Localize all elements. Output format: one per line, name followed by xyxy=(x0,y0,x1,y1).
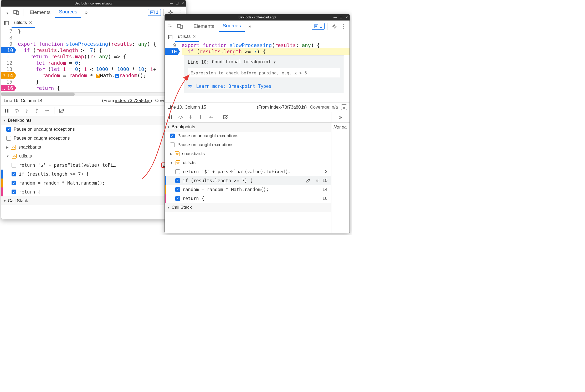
pause-icon[interactable] xyxy=(166,113,175,121)
close-icon[interactable]: ✕ xyxy=(193,34,196,39)
svg-rect-3 xyxy=(151,11,154,14)
breakpoint-entry[interactable]: ✓random = random * Math.random();14 xyxy=(165,185,331,194)
breakpoint-entry[interactable]: ✓return {16 xyxy=(165,194,331,203)
svg-point-10 xyxy=(16,111,17,113)
pause-uncaught-row[interactable]: ✓ Pause on uncaught exceptions xyxy=(1,125,186,134)
step-over-icon[interactable] xyxy=(176,113,185,121)
navigator-toggle-icon[interactable] xyxy=(2,19,11,27)
breakpoint-entry[interactable]: ✓if (results.length >= 7) {10 xyxy=(1,170,186,179)
devtools-window-left: DevTools - coffee-cart.app/ — ☐ ✕ Elemen… xyxy=(1,0,186,219)
breakpoints-section-header[interactable]: ▼ Breakpoints xyxy=(1,116,186,125)
learn-more-link[interactable]: Learn more: Breakpoint Types xyxy=(196,84,271,89)
breakpoint-entry[interactable]: ✓if (results.length >= 7) {✕10 xyxy=(165,176,331,185)
checkbox-unchecked[interactable] xyxy=(6,136,11,141)
file-tab-utils[interactable]: utils.ts ✕ xyxy=(175,32,199,42)
breakpoint-file-row[interactable]: ▶ <> snackbar.ts xyxy=(165,149,331,158)
more-tabs-icon[interactable]: » xyxy=(246,22,254,30)
more-tabs-icon[interactable]: » xyxy=(336,113,345,121)
close-button[interactable]: ✕ xyxy=(181,2,185,5)
gutter[interactable]: 910 xyxy=(165,42,180,103)
minimize-button[interactable]: — xyxy=(333,16,337,19)
source-link[interactable]: index-73f73a80.js xyxy=(270,105,305,110)
step-over-icon[interactable] xyxy=(13,106,21,115)
callstack-section-header[interactable]: ▼ Call Stack xyxy=(165,203,331,212)
inspect-icon[interactable] xyxy=(3,8,11,17)
checkbox[interactable]: ✓ xyxy=(12,190,16,194)
edit-icon[interactable] xyxy=(305,179,311,183)
step-out-icon[interactable] xyxy=(196,113,205,121)
status-bar: Line 10, Column 15 (From index-73f73a80.… xyxy=(165,103,350,112)
pause-caught-row[interactable]: Pause on caught exceptions xyxy=(1,134,186,143)
step-icon[interactable] xyxy=(206,113,215,121)
tab-sources[interactable]: Sources xyxy=(219,21,245,32)
breakpoint-file-row[interactable]: ▼ <> utils.ts xyxy=(1,152,186,161)
code-editor[interactable]: 78910111213141516 }export function slowP… xyxy=(1,28,186,92)
svg-rect-9 xyxy=(7,109,8,113)
pause-uncaught-row[interactable]: ✓ Pause on uncaught exceptions xyxy=(165,131,331,140)
settings-icon[interactable] xyxy=(330,22,338,30)
device-toggle-icon[interactable] xyxy=(12,8,20,17)
breakpoint-code: random = random * Math.random(); xyxy=(19,180,175,186)
callstack-section-header[interactable]: ▼ Call Stack xyxy=(1,196,186,205)
step-into-icon[interactable] xyxy=(186,113,195,121)
breakpoint-type-dropdown[interactable]: Conditional breakpoint ▼ xyxy=(212,59,276,65)
breakpoint-file-row[interactable]: ▶ <> snackbar.ts xyxy=(1,143,186,152)
issues-badge[interactable]: 1 xyxy=(312,23,325,30)
deactivate-breakpoints-icon[interactable] xyxy=(58,106,66,115)
maximize-button[interactable]: ☐ xyxy=(175,2,179,5)
checkbox-checked[interactable]: ✓ xyxy=(6,127,11,132)
code-lines[interactable]: }export function slowProcessing(results:… xyxy=(16,28,186,92)
step-icon[interactable] xyxy=(43,106,51,115)
minimize-button[interactable]: — xyxy=(170,2,173,5)
horizontal-scrollbar[interactable] xyxy=(1,92,186,96)
checkbox[interactable] xyxy=(175,169,180,174)
step-into-icon[interactable] xyxy=(23,106,31,115)
device-toggle-icon[interactable] xyxy=(176,22,184,30)
more-tabs-icon[interactable]: » xyxy=(82,8,90,17)
gutter[interactable]: 78910111213141516 xyxy=(1,28,16,92)
pause-caught-row[interactable]: Pause on caught exceptions xyxy=(165,140,331,149)
checkbox-checked[interactable]: ✓ xyxy=(170,134,175,138)
inspect-icon[interactable] xyxy=(166,22,175,30)
kebab-menu-icon[interactable]: ⋮ xyxy=(340,22,348,30)
breakpoint-marker[interactable]: 16 xyxy=(1,85,16,91)
breakpoints-section-header[interactable]: ▼ Breakpoints xyxy=(165,123,331,131)
tab-elements[interactable]: Elements xyxy=(190,21,218,32)
checkbox-unchecked[interactable] xyxy=(170,142,175,147)
deactivate-breakpoints-icon[interactable] xyxy=(221,113,230,121)
breakpoint-condition-input[interactable] xyxy=(188,68,340,78)
file-tab-utils[interactable]: utils.ts ✕ xyxy=(12,18,35,28)
delete-icon[interactable]: ✕ xyxy=(314,178,320,184)
checkbox[interactable]: ✓ xyxy=(175,178,180,183)
issues-badge[interactable]: 1 xyxy=(148,9,161,16)
pause-icon[interactable] xyxy=(3,106,11,115)
collapse-icon[interactable] xyxy=(341,104,347,110)
checkbox[interactable]: ✓ xyxy=(12,181,16,185)
navigator-toggle-icon[interactable] xyxy=(166,33,174,41)
breakpoint-file-row[interactable]: ▼ <> utils.ts xyxy=(165,158,331,167)
step-out-icon[interactable] xyxy=(33,106,41,115)
breakpoint-entry[interactable]: ✓return {16 xyxy=(1,187,186,196)
breakpoint-entry[interactable]: return '$' + parseFloat(value).toFixed(…… xyxy=(165,167,331,176)
maximize-button[interactable]: ☐ xyxy=(339,16,343,19)
breakpoint-marker[interactable]: 10 xyxy=(165,48,180,55)
code-editor[interactable]: 910 export function slowProcessing(resul… xyxy=(165,42,350,103)
breakpoint-entry[interactable]: return '$' + parseFloat(value).toFi…✕2 xyxy=(1,161,186,170)
checkbox[interactable]: ✓ xyxy=(175,196,180,201)
close-icon[interactable]: ✕ xyxy=(29,20,32,25)
issues-icon xyxy=(150,10,155,14)
checkbox[interactable] xyxy=(12,163,16,167)
breakpoint-marker[interactable]: 10 xyxy=(1,47,16,53)
status-bar: Line 16, Column 14 (From index-73f73a80.… xyxy=(1,96,186,105)
tab-elements[interactable]: Elements xyxy=(26,7,54,18)
checkbox[interactable]: ✓ xyxy=(175,187,180,192)
not-paused-label: Not pa xyxy=(331,123,350,132)
close-button[interactable]: ✕ xyxy=(345,16,348,19)
source-link[interactable]: index-73f73a80.js xyxy=(115,98,150,103)
breakpoint-entry[interactable]: ✓random = random * Math.random();14 xyxy=(1,179,186,187)
breakpoint-marker[interactable]: 14 xyxy=(1,72,16,79)
popup-line-label: Line 10: xyxy=(188,59,209,65)
checkbox[interactable]: ✓ xyxy=(12,172,16,176)
file-name: snackbar.ts xyxy=(18,145,183,150)
tab-sources[interactable]: Sources xyxy=(55,7,81,18)
